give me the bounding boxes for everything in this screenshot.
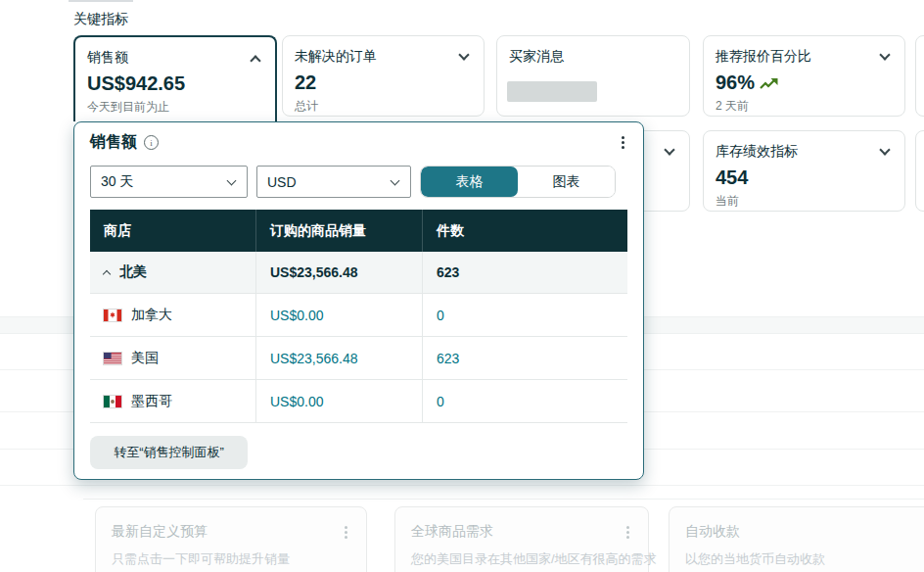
chevron-down-icon xyxy=(227,176,237,186)
card-value: 454 xyxy=(716,167,748,189)
top-edge-artifact xyxy=(69,0,133,2)
promo-card-global-demand: 全球商品需求 您的美国目录在其他国家/地区有很高的需求 xyxy=(394,506,649,572)
store-name: 墨西哥 xyxy=(131,393,172,410)
col-header-units: 件数 xyxy=(422,210,627,252)
toggle-chart-view[interactable]: 图表 xyxy=(518,167,615,197)
metric-card-featured-offer[interactable]: 推荐报价百分比 96% 2 天前 xyxy=(703,35,905,117)
promo-title: 全球商品需求 xyxy=(411,523,493,541)
loading-skeleton xyxy=(507,81,597,102)
kebab-menu-icon[interactable] xyxy=(616,133,629,151)
promo-title: 最新自定义预算 xyxy=(112,523,208,541)
dashboard-page: 关键指标 销售额 US$942.65 今天到目前为止 未解决的订单 22 总计 … xyxy=(0,0,924,572)
col-header-store: 商店 xyxy=(90,210,255,252)
chevron-down-icon[interactable] xyxy=(879,144,890,155)
store-name: 北美 xyxy=(119,263,147,281)
card-subtitle: 总计 xyxy=(295,98,318,115)
card-title: 库存绩效指标 xyxy=(716,143,798,161)
card-title: 推荐报价百分比 xyxy=(716,48,811,66)
kebab-menu-icon[interactable] xyxy=(621,523,634,541)
bottom-section-divider xyxy=(83,499,924,500)
sales-value-link[interactable]: US$23,566.48 xyxy=(270,351,358,366)
card-subtitle: 2 天前 xyxy=(716,98,749,115)
sales-value-link[interactable]: US$0.00 xyxy=(270,308,323,323)
table-row-mexico: 墨西哥 US$0.00 0 xyxy=(90,380,627,423)
card-subtitle: 今天到目前为止 xyxy=(87,99,169,116)
card-value: 22 xyxy=(295,72,316,94)
promo-card-custom-budget: 最新自定义预算 只需点击一下即可帮助提升销量 xyxy=(95,506,367,572)
metric-card-partial-right-2[interactable] xyxy=(915,130,924,212)
chevron-down-icon[interactable] xyxy=(664,144,674,155)
promo-subtitle: 以您的当地货币自动收款 xyxy=(685,550,825,568)
toggle-table-view[interactable]: 表格 xyxy=(421,167,518,197)
table-row-north-america: 北美 US$23,566.48 623 xyxy=(90,252,627,294)
section-heading: 关键指标 xyxy=(73,11,128,28)
chevron-up-icon[interactable] xyxy=(250,55,260,66)
table-row-canada: 加拿大 US$0.00 0 xyxy=(90,294,627,337)
metric-card-buyer-messages[interactable]: 买家消息 xyxy=(496,35,690,117)
units-value-link[interactable]: 0 xyxy=(437,308,444,323)
currency-select-value: USD xyxy=(267,174,297,190)
flag-us-icon xyxy=(104,353,121,364)
info-icon[interactable] xyxy=(144,135,159,150)
card-value: 96% xyxy=(716,72,755,94)
units-value-link[interactable]: 0 xyxy=(437,394,444,409)
card-value: US$942.65 xyxy=(87,72,185,95)
sales-table: 商店 订购的商品销量 件数 北美 US$23,566.48 623 加拿大 xyxy=(90,210,627,423)
promo-title: 自动收款 xyxy=(685,523,740,541)
sales-value: US$23,566.48 xyxy=(255,252,422,293)
trend-up-icon xyxy=(760,77,779,90)
col-header-sales: 订购的商品销量 xyxy=(255,210,422,252)
popup-title: 销售额 xyxy=(90,132,137,153)
units-value-link[interactable]: 623 xyxy=(437,351,459,366)
card-title: 买家消息 xyxy=(509,48,564,66)
period-select[interactable]: 30 天 xyxy=(90,166,248,198)
chevron-down-icon[interactable] xyxy=(879,49,890,60)
card-title: 销售额 xyxy=(87,49,128,67)
store-name: 美国 xyxy=(131,350,159,367)
sales-value-link[interactable]: US$0.00 xyxy=(270,394,323,409)
metric-card-unresolved-orders[interactable]: 未解决的订单 22 总计 xyxy=(282,35,485,117)
chevron-down-icon[interactable] xyxy=(458,49,469,60)
sales-flyout: 销售额 30 天 USD 表格 图表 商店 订购的商品销量 件数 xyxy=(73,121,644,480)
period-select-value: 30 天 xyxy=(101,173,133,191)
store-name: 加拿大 xyxy=(131,307,172,324)
flag-canada-icon xyxy=(104,310,121,321)
promo-subtitle: 只需点击一下即可帮助提升销量 xyxy=(112,550,290,568)
metric-card-sales[interactable]: 销售额 US$942.65 今天到目前为止 xyxy=(73,35,277,121)
card-subtitle: 当前 xyxy=(716,193,739,210)
kebab-menu-icon[interactable] xyxy=(339,523,352,541)
view-toggle: 表格 图表 xyxy=(420,166,616,198)
currency-select[interactable]: USD xyxy=(256,166,411,198)
bg-row-divider xyxy=(0,485,924,486)
units-value: 623 xyxy=(422,252,627,293)
card-title: 未解决的订单 xyxy=(295,48,377,66)
metric-card-inventory-performance[interactable]: 库存绩效指标 454 当前 xyxy=(703,130,905,212)
collapse-caret-icon[interactable] xyxy=(103,269,111,277)
promo-card-auto-disbursement: 自动收款 以您的当地货币自动收款 xyxy=(669,506,924,572)
promo-subtitle: 您的美国目录在其他国家/地区有很高的需求 xyxy=(411,550,657,568)
table-row-united-states: 美国 US$23,566.48 623 xyxy=(90,337,627,380)
go-to-sales-dashboard-button[interactable]: 转至“销售控制面板” xyxy=(90,436,248,469)
metric-card-partial-right-1[interactable] xyxy=(915,35,924,117)
table-header-row: 商店 订购的商品销量 件数 xyxy=(90,210,627,252)
chevron-down-icon xyxy=(391,176,400,186)
flag-mexico-icon xyxy=(104,396,121,407)
